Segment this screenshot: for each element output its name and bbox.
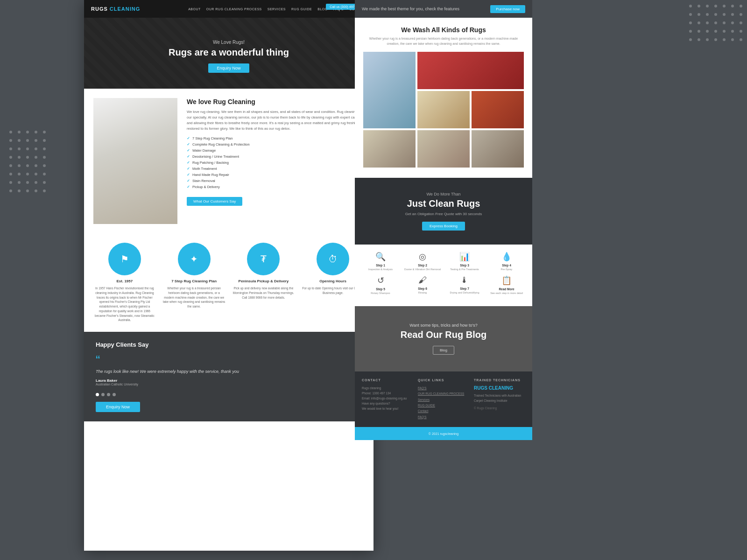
dot [698,5,700,7]
footer-link[interactable]: FAQ'S [418,414,469,420]
feature-title: Opening Hours [319,279,346,283]
footer-contact-line: Email: info@rugs-cleaning.org.au [362,396,413,401]
content-image [93,98,177,224]
dot-nav-1[interactable] [96,393,99,396]
dot [26,147,29,150]
testimonial-enquiry-button[interactable]: Enquiry Now [96,402,140,412]
left-panel: RUGS CLEANING ABOUT OUR RUG CLEANING PRO… [84,0,374,551]
hero-enquiry-button[interactable]: Enquiry Now [208,63,249,73]
feature-title: Peninsula Pickup & Delivery [239,279,289,283]
features-section: ⚑ Est. 1957 In 1957 Hans Fischer revolut… [84,233,374,332]
step-desc: Duster & Vibration Dirt Removal [404,268,441,271]
step-item: 💧 Step 4 Pre-Spray [488,252,525,271]
dot [731,5,734,7]
dot [18,164,21,167]
steps-section: 🔍 Step 1 Inspection & Analysis ◎ Step 2 … [355,245,532,306]
footer-contact-text: Rugs cleaningPhone: 1300 497 134Email: i… [362,385,413,411]
customers-button[interactable]: What Our Customers Say [187,197,242,206]
dot [9,147,12,150]
feature-item: ₮ Peninsula Pickup & Delivery Pick up an… [233,243,295,322]
dot-nav-3[interactable] [107,393,110,396]
footer-logo: RUGS CLEANING [474,385,525,391]
step-item: 🔍 Step 1 Inspection & Analysis [362,252,399,271]
nav-logo-accent: CLEANING [110,6,140,12]
footer-link[interactable]: Contact [418,408,469,414]
footer-logo-text: RUGS [474,385,487,391]
dot [35,181,37,184]
dot [714,21,717,24]
step-label: Step 4 [502,264,511,267]
blog-subtitle: Want some tips, tricks and how to's? [409,323,477,328]
footer-section: CONTACT Rugs cleaningPhone: 1300 497 134… [355,371,532,427]
dot-nav-2[interactable] [101,393,105,396]
dot [9,131,12,133]
dot [26,139,29,142]
quote-mark: “ [96,354,362,367]
footer-logo-accent: CLEANING [489,385,513,391]
dot [698,38,700,41]
dot [9,189,12,192]
hero-title: Rugs are a wonderful thing [169,47,289,58]
dot [18,173,21,175]
feature-desc: In 1957 Hans Fischer revolutionised the … [93,286,156,322]
just-clean-subtitle: We Do More Than [426,192,460,196]
copyright-bar: © 2021 rugscleaning [355,427,532,440]
hero-section: RUGS CLEANING ABOUT OUR RUG CLEANING PRO… [84,0,374,89]
footer-link[interactable]: FAQ'S [418,385,469,391]
nav-link-guide[interactable]: RUG GUIDE [291,7,312,11]
photo-cell-4 [472,91,524,128]
footer-link[interactable]: OUR RUG CLEANING PROCESS [418,391,469,397]
dot [35,189,37,192]
feature-icon: ✦ [178,243,211,275]
top-bar-text: We made the best theme for you, check th… [362,7,459,11]
hero-overlay: RUGS CLEANING ABOUT OUR RUG CLEANING PRO… [84,0,374,89]
step-desc: Rinsing [418,291,427,294]
quote-text: The rugs look like new! We were extremel… [96,369,362,374]
dot-nav-4[interactable] [113,393,116,396]
purchase-button[interactable]: Purchase now [490,5,525,13]
checklist-item: Stain Removal [187,179,364,183]
footer-link[interactable]: Services [418,397,469,403]
express-booking-button[interactable]: Express Booking [422,222,465,231]
content-right: We love Rug Cleaning We love rug cleanin… [187,98,364,224]
dot [689,13,692,16]
hero-subtitle: We Love Rugs! [213,40,245,45]
dot [740,21,742,24]
step-desc: Inspection & Analysis [368,268,393,271]
step-icon: 🔍 [375,252,386,262]
step-item: ◎ Step 2 Duster & Vibration Dirt Removal [404,252,441,271]
dot [43,181,46,184]
dot [35,147,37,150]
step-label: Step 2 [418,264,427,267]
dot-grid-left [9,131,46,192]
feature-item: ✦ 7 Step Rug Cleaning Plan Whether your … [163,243,226,322]
blog-heading: Read Our Rug Blog [401,329,486,340]
dot [43,173,46,175]
dot [689,38,692,41]
step-label: Step 7 [460,287,469,290]
step-icon: 🖌 [418,275,427,285]
nav-link-about[interactable]: ABOUT [188,7,201,11]
nav-link-services[interactable]: SERVICES [268,7,286,11]
footer-links-list: FAQ'SOUR RUG CLEANING PROCESSServicesRUG… [418,385,469,420]
dot [731,38,734,41]
dot [9,139,12,142]
blog-button[interactable]: Blog [433,346,454,355]
feature-title: 7 Step Rug Cleaning Plan [171,279,217,283]
nav-link-process[interactable]: OUR RUG CLEANING PROCESS [206,7,262,11]
dot [723,38,726,41]
feature-icon: ₮ [247,243,280,275]
footer-contact-col: CONTACT Rugs cleaningPhone: 1300 497 134… [362,378,413,420]
footer-link[interactable]: RUG GUIDE [418,403,469,408]
photo-cell-2 [417,52,524,89]
dot-grid-right [689,5,742,41]
checklist-item: Rug Patching / Backing [187,161,364,165]
footer-contact-title: CONTACT [362,378,413,382]
step-icon: 💧 [501,252,512,262]
footer-tech-desc: Trained Technicians with Australian Carp… [474,393,525,403]
checklist-item: Water Damage [187,148,364,153]
photo-cell-1 [363,52,416,128]
dot [706,38,709,41]
dot [698,21,700,24]
footer-tech-title: TRAINED TECHNICIANS [474,378,525,382]
